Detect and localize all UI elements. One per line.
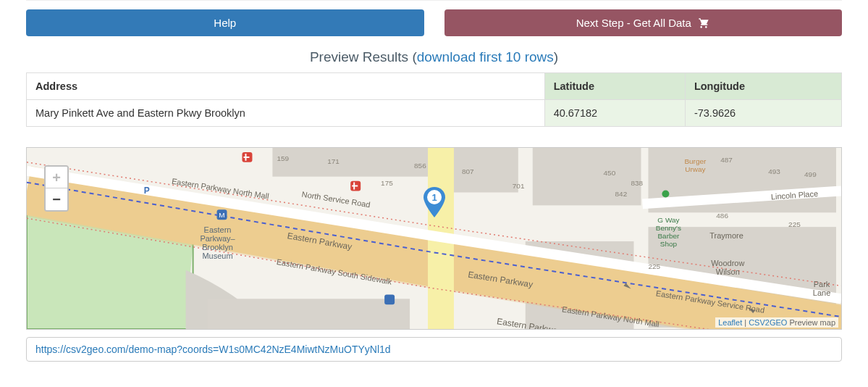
download-first-10-link[interactable]: download first 10 rows [417,49,554,64]
zoom-out-button[interactable]: − [46,188,67,210]
preview-results-title: Preview Results (download first 10 rows) [26,49,842,65]
results-table: Address Latitude Longitude Mary Pinkett … [26,72,842,127]
svg-text:BurgerUrway: BurgerUrway [684,157,707,173]
col-longitude: Longitude [685,73,841,100]
svg-text:EasternParkway–BrooklynMuseum: EasternParkway–BrooklynMuseum [200,225,235,260]
top-divider [26,0,842,1]
share-url-input[interactable] [26,337,842,362]
action-button-row: Help Next Step - Get All Data [26,9,842,36]
svg-text:225: 225 [648,262,660,270]
svg-rect-6 [272,148,431,177]
svg-text:ParkLane: ParkLane [813,280,830,297]
svg-point-15 [662,191,669,198]
svg-text:487: 487 [720,156,733,164]
svg-text:P: P [144,186,150,196]
svg-rect-14 [384,294,395,304]
col-latitude: Latitude [544,73,685,100]
col-address: Address [27,73,545,100]
svg-text:807: 807 [462,167,474,175]
svg-text:Traymore: Traymore [709,231,743,240]
zoom-in-button[interactable]: + [46,167,67,188]
svg-rect-7 [208,299,410,329]
map-canvas: M P Eastern Parkway North Mall North Ser… [27,148,841,329]
csv2geo-link[interactable]: CSV2GEO [749,318,787,327]
map-attribution: Leaflet | CSV2GEO Preview map [715,317,838,328]
next-step-label: Next Step - Get All Data [576,17,691,29]
svg-text:159: 159 [277,154,289,162]
svg-text:856: 856 [414,162,426,170]
table-row: Mary Pinkett Ave and Eastern Pkwy Brookl… [27,100,842,127]
svg-text:450: 450 [604,169,616,177]
map-marker-1[interactable]: 1 [424,187,445,220]
svg-text:M: M [219,211,224,219]
map-preview[interactable]: M P Eastern Parkway North Mall North Ser… [26,147,842,330]
svg-text:175: 175 [381,179,393,187]
table-header-row: Address Latitude Longitude [27,73,842,100]
svg-text:1: 1 [431,192,437,203]
svg-text:499: 499 [804,170,817,178]
svg-text:838: 838 [631,179,644,187]
cell-latitude: 40.67182 [544,100,685,127]
cart-icon [697,17,710,29]
svg-text:171: 171 [327,157,340,165]
svg-text:WoodrowWilson: WoodrowWilson [711,259,744,276]
svg-text:701: 701 [513,182,525,190]
svg-text:493: 493 [768,167,780,175]
zoom-controls: + − [44,165,69,212]
help-button[interactable]: Help [26,9,424,36]
cell-address: Mary Pinkett Ave and Eastern Pkwy Brookl… [27,100,545,127]
leaflet-link[interactable]: Leaflet [718,318,742,327]
cell-longitude: -73.9626 [685,100,841,127]
next-step-button[interactable]: Next Step - Get All Data [444,9,843,36]
svg-text:225: 225 [788,220,801,228]
svg-text:486: 486 [716,212,728,220]
svg-text:842: 842 [615,190,628,198]
